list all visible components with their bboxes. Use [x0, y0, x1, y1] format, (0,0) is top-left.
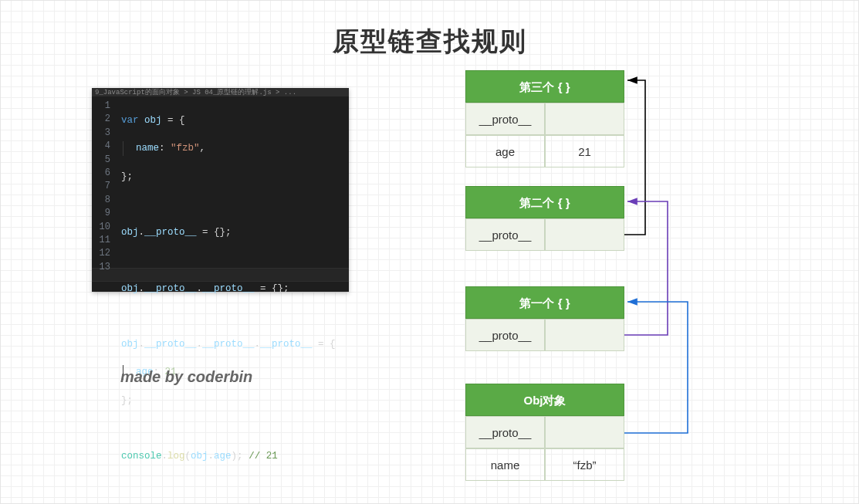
editor-gutter: 1 2 3 4 5 6 7 8 9 10 11 12 13 — [92, 96, 115, 292]
proto-val — [545, 103, 624, 135]
ident: console — [121, 451, 162, 462]
ident: obj — [191, 451, 208, 462]
table-row: __proto__ — [465, 218, 624, 251]
proto-box-third: 第三个 { } __proto__ age 21 — [465, 70, 624, 167]
credit-text: made by coderbin — [120, 368, 252, 386]
ident: obj — [121, 283, 139, 294]
line-number: 8 — [92, 194, 110, 207]
table-row: __proto__ — [465, 319, 624, 351]
prop: __proto__ — [144, 339, 197, 350]
fn: log — [167, 451, 185, 462]
prop-val: “fzb” — [545, 448, 624, 481]
box-header: 第二个 { } — [465, 186, 624, 218]
table-row: __proto__ — [465, 103, 624, 135]
line-number: 13 — [92, 261, 110, 274]
table-row: name “fzb” — [465, 448, 624, 481]
string: "fzb" — [171, 143, 200, 154]
proto-val — [545, 416, 624, 448]
prop: __proto__ — [202, 283, 255, 294]
proto-key: __proto__ — [465, 103, 545, 135]
punc: = { — [162, 115, 185, 126]
comment: // 21 — [249, 451, 278, 462]
line-number: 2 — [92, 113, 110, 126]
prop: age — [214, 451, 232, 462]
punc: = {}; — [255, 283, 289, 294]
prop: name — [136, 143, 159, 154]
prop: __proto__ — [144, 227, 197, 238]
punc: = {}; — [197, 227, 232, 238]
proto-val — [545, 319, 624, 351]
proto-key: __proto__ — [465, 416, 545, 448]
punc: , — [200, 143, 206, 154]
box-header: 第三个 { } — [465, 70, 624, 103]
proto-val — [545, 218, 624, 251]
line-number: 1 — [92, 100, 110, 113]
diagram-canvas: 原型链查找规则 9_JavaScript的面向对象 > JS 04_原型链的理解… — [0, 0, 859, 504]
punc: }; — [121, 395, 133, 406]
arrow-first-to-second — [624, 201, 668, 335]
arrow-obj-to-first — [624, 302, 688, 433]
editor-code: var obj = { name: "fzb", }; obj.__proto_… — [115, 96, 349, 292]
table-row: age 21 — [465, 135, 624, 167]
editor-tabbar: 9_JavaScript的面向对象 > JS 04_原型链的理解.js > ..… — [92, 88, 349, 96]
proto-box-first: 第一个 { } __proto__ — [465, 286, 624, 351]
line-number: 5 — [92, 154, 110, 167]
line-number: 10 — [92, 221, 110, 234]
prop-key: age — [465, 135, 545, 167]
prop-key: name — [465, 448, 545, 481]
line-number: 6 — [92, 167, 110, 180]
proto-key: __proto__ — [465, 319, 545, 351]
line-number: 11 — [92, 234, 110, 247]
kw: var — [121, 115, 139, 126]
prop-val: 21 — [545, 135, 624, 167]
box-header: 第一个 { } — [465, 286, 624, 319]
box-header: Obj对象 — [465, 384, 624, 416]
prop: __proto__ — [144, 283, 197, 294]
proto-key: __proto__ — [465, 218, 545, 251]
ident: obj — [121, 339, 139, 350]
proto-box-obj: Obj对象 __proto__ name “fzb” — [465, 384, 624, 481]
line-number: 9 — [92, 207, 110, 220]
punc: ); — [232, 451, 243, 462]
prop: __proto__ — [260, 339, 313, 350]
proto-box-second: 第二个 { } __proto__ — [465, 186, 624, 251]
punc: }; — [121, 171, 133, 182]
code-editor: 9_JavaScript的面向对象 > JS 04_原型链的理解.js > ..… — [92, 88, 349, 292]
table-row: __proto__ — [465, 416, 624, 448]
ident: obj — [121, 227, 139, 238]
line-number: 7 — [92, 180, 110, 193]
line-number: 12 — [92, 247, 110, 260]
page-title: 原型链查找规则 — [1, 24, 858, 59]
ident: obj — [144, 115, 162, 126]
punc: = { — [313, 339, 336, 350]
line-number: 4 — [92, 140, 110, 153]
prop: __proto__ — [202, 339, 255, 350]
arrow-second-to-third — [624, 80, 645, 235]
line-number: 3 — [92, 127, 110, 140]
